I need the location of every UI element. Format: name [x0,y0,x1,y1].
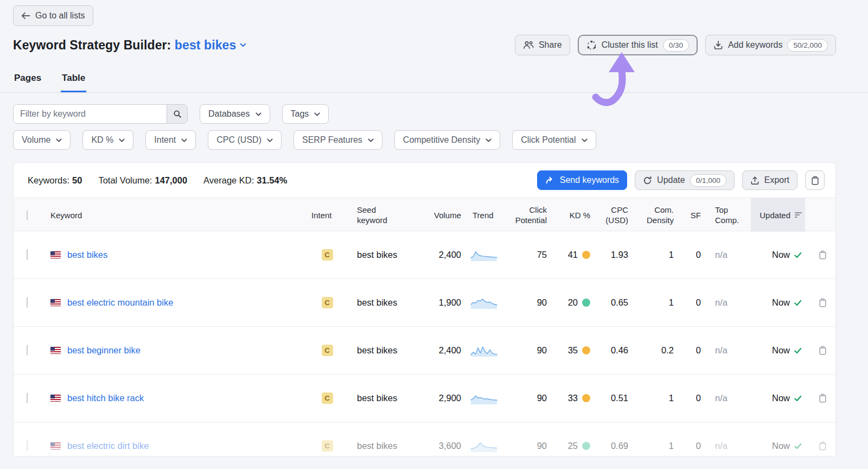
trash-icon [819,441,827,451]
sf-cell: 0 [674,441,701,451]
header-select-all[interactable] [27,210,50,220]
keyword-link[interactable]: best hitch bike rack [67,393,144,403]
kd-dot-icon [582,299,590,307]
search-button[interactable] [167,105,187,123]
row-checkbox[interactable] [27,392,28,403]
kd-value: 41 [568,250,578,260]
chevron-down-icon [368,138,374,142]
trend-sparkline-icon [470,440,497,453]
us-flag-icon [50,395,61,402]
keyword-filter-input[interactable] [14,105,167,123]
stat-keywords: Keywords:50 [28,175,82,186]
filter-chip-volume[interactable]: Volume [13,130,71,150]
trash-icon [819,298,827,307]
intent-badge[interactable]: C [322,297,333,308]
filter-chip-tags[interactable]: Tags [282,104,329,124]
update-quota-badge: 0/1,000 [690,174,726,187]
row-checkbox[interactable] [27,297,28,308]
sf-cell: 0 [674,250,701,260]
row-delete-button[interactable] [805,250,827,259]
updated-cell: Now [751,297,805,308]
com-density-cell: 1 [628,250,674,260]
filters-row-2: VolumeKD %IntentCPC (USD)SERP FeaturesCo… [13,130,855,150]
keyword-link[interactable]: best electric mountain bike [67,297,173,308]
filter-chip-label: Tags [291,109,309,119]
filter-chip-cpc-usd-[interactable]: CPC (USD) [208,130,282,150]
row-checkbox[interactable] [27,345,28,356]
row-delete-button[interactable] [805,346,827,355]
go-to-all-lists-button[interactable]: Go to all lists [13,5,93,26]
col-trend: Trend [461,210,507,220]
col-top-comp: TopComp. [701,205,751,225]
keyword-link[interactable]: best beginner bike [67,345,141,356]
tab-pages[interactable]: Pages [13,69,42,92]
trend-sparkline-icon [470,392,497,405]
tabs: Pages Table [0,55,868,93]
select-all-checkbox[interactable] [27,210,28,220]
kd-dot-icon [582,394,590,402]
intent-badge[interactable]: C [322,440,333,452]
add-keywords-quota-badge: 50/2,000 [787,39,828,52]
delete-list-button[interactable] [805,170,825,190]
filter-chip-label: Volume [22,135,50,145]
col-updated-sort[interactable]: Updated [751,198,805,232]
add-keywords-button[interactable]: Add keywords 50/2,000 [705,35,836,55]
intent-badge[interactable]: C [322,249,333,261]
list-name-dropdown[interactable]: best bikes [175,38,247,53]
sort-desc-icon [795,212,802,218]
trend-sparkline [461,249,507,262]
intent-badge[interactable]: C [322,345,333,356]
updated-value: Now [772,345,790,356]
trend-sparkline [461,440,507,453]
us-flag-icon [50,251,61,258]
cpc-cell: 0.51 [590,393,628,403]
filter-chip-databases[interactable]: Databases [200,104,270,124]
page-title-text: Keyword Strategy Builder: [13,38,171,52]
keyword-link[interactable]: best bikes [67,250,107,260]
kd-value: 20 [568,297,578,308]
filter-chip-intent[interactable]: Intent [145,130,196,150]
table-header: Keyword Intent Seedkeyword Volume Trend … [14,198,835,231]
col-keyword: Keyword [50,210,311,220]
page-title: Keyword Strategy Builder: best bikes [13,38,246,53]
kd-cell: 41 [547,250,590,260]
volume-cell: 2,900 [417,393,461,403]
click-potential-cell: 90 [507,441,547,451]
trend-sparkline [461,296,507,309]
send-keywords-button[interactable]: Send keywords [537,170,627,190]
chevron-down-icon [486,138,492,142]
col-volume: Volume [417,210,461,220]
filters-row-1: DatabasesTags [13,104,855,124]
send-keywords-label: Send keywords [560,175,619,185]
filter-chip-competitive-density[interactable]: Competitive Density [394,130,500,150]
seed-keyword-cell: best bikes [343,297,417,308]
cluster-icon [586,40,597,50]
share-button[interactable]: Share [515,35,570,55]
table-row: best hitch bike rack C best bikes 2,900 … [14,375,835,422]
update-button[interactable]: Update 0/1,000 [635,170,735,190]
row-delete-button[interactable] [805,298,827,307]
chevron-down-icon [56,138,62,142]
filter-chip-click-potential[interactable]: Click Potential [512,130,596,150]
filter-chip-serp-features[interactable]: SERP Features [293,130,382,150]
row-delete-button[interactable] [805,441,827,451]
row-checkbox[interactable] [27,249,28,260]
export-button[interactable]: Export [742,170,797,190]
sf-cell: 0 [674,297,701,308]
updated-value: Now [772,250,790,260]
volume-cell: 3,600 [417,441,461,451]
keyword-link[interactable]: best electric dirt bike [67,441,149,451]
us-flag-icon [50,347,61,354]
row-delete-button[interactable] [805,394,827,403]
cluster-this-list-button[interactable]: Cluster this list 0/30 [578,35,698,55]
share-people-icon [523,41,534,49]
intent-badge[interactable]: C [322,392,333,404]
tab-table[interactable]: Table [61,69,86,92]
chevron-down-icon [314,112,320,116]
filter-chip-label: Competitive Density [403,135,480,145]
check-icon [794,443,802,449]
updated-cell: Now [751,250,805,260]
filter-chip-kd-[interactable]: KD % [82,130,133,150]
row-checkbox[interactable] [27,440,28,451]
stat-total-volume: Total Volume:147,000 [98,175,187,186]
